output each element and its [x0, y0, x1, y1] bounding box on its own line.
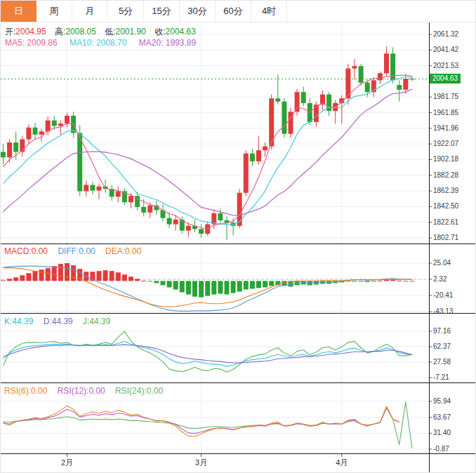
- diff-value: DIFF:0.00: [58, 246, 95, 256]
- axis-label: 1922.07: [433, 140, 458, 147]
- high-value: 2008.05: [65, 27, 95, 36]
- ma5-value: MA5: 2009.86: [5, 38, 58, 48]
- axis-label: 63.67: [433, 413, 451, 421]
- axis-label: 1902.18: [433, 155, 458, 163]
- chart-app: 日 周 月 5分 15分 30分 60分 4时 开:2004.95 高:2008…: [0, 0, 476, 473]
- rsi12-value: RSI(12):0.00: [58, 386, 105, 396]
- macd-readout: MACD:0.00 DIFF:0.00 DEA:0.00: [4, 246, 149, 256]
- axis-label: 97.16: [433, 327, 451, 335]
- tab-30min[interactable]: 30分: [180, 1, 216, 22]
- j-value: J:44.39: [83, 317, 110, 326]
- month-label: 4月: [331, 458, 352, 468]
- tab-month[interactable]: 月: [72, 1, 108, 22]
- axis-label: 95.94: [433, 397, 451, 405]
- ohlc-readout: 开:2004.95 高:2008.05 低:2001.90 收:2004.63: [5, 26, 202, 38]
- axis-label: 25.04: [433, 259, 451, 267]
- axis-label: 1822.61: [433, 218, 458, 226]
- current-price-badge: 2004.63: [430, 74, 461, 84]
- tab-5min[interactable]: 5分: [108, 1, 144, 22]
- rsi6-value: RSI(6):0.00: [4, 386, 47, 396]
- open-label: 开:: [5, 27, 15, 36]
- axis-label: 2.32: [433, 275, 447, 283]
- tab-15min[interactable]: 15分: [144, 1, 180, 22]
- low-label: 低:: [105, 27, 115, 36]
- tab-60min[interactable]: 60分: [216, 1, 251, 22]
- axis-label: 1882.28: [433, 171, 458, 179]
- timeframe-tabs: 日 周 月 5分 15分 30分 60分 4时: [1, 1, 475, 22]
- dea-value: DEA:0.00: [105, 246, 141, 256]
- tab-4hour[interactable]: 4时: [251, 1, 287, 22]
- axis-label: -43.13: [433, 307, 453, 315]
- close-label: 收:: [154, 27, 165, 36]
- ma10-value: MA10: 2008.70: [70, 38, 126, 48]
- chart-canvas[interactable]: [1, 1, 476, 473]
- axis-label: -7.21: [433, 373, 449, 381]
- d-value: D:44.39: [44, 317, 73, 326]
- month-label: 2月: [57, 458, 78, 468]
- axis-label: 2021.53: [433, 62, 458, 69]
- axis-label: 1981.75: [433, 93, 458, 100]
- ma20-value: MA20: 1993.89: [139, 38, 196, 48]
- tab-week[interactable]: 周: [37, 1, 72, 22]
- axis-label: 2041.42: [433, 46, 458, 53]
- axis-label: 1961.85: [433, 109, 458, 116]
- axis-label: 2061.32: [433, 30, 458, 38]
- rsi-readout: RSI(6):0.00 RSI(12):0.00 RSI(24):0.00: [4, 386, 171, 396]
- k-value: K:44.39: [4, 317, 33, 326]
- tab-day[interactable]: 日: [1, 1, 37, 22]
- kdj-readout: K:44.39 D:44.39 J:44.39: [4, 317, 118, 326]
- axis-label: 62.37: [433, 342, 451, 350]
- axis-label: 31.40: [433, 429, 451, 437]
- axis-label: 1802.71: [433, 234, 458, 241]
- ma-readout: MA5: 2009.86 MA10: 2008.70 MA20: 1993.89: [5, 38, 206, 48]
- axis-label: 1862.39: [433, 187, 458, 194]
- rsi24-value: RSI(24):0.00: [115, 386, 163, 396]
- low-value: 2001.90: [116, 27, 146, 36]
- macd-value: MACD:0.00: [4, 246, 48, 256]
- open-value: 2004.95: [15, 27, 46, 36]
- month-label: 3月: [191, 458, 212, 468]
- high-label: 高:: [55, 27, 65, 36]
- axis-label: -20.41: [433, 291, 453, 299]
- axis-label: -0.87: [433, 445, 449, 453]
- close-value: 2004.63: [166, 27, 196, 36]
- axis-label: 1842.50: [433, 202, 458, 210]
- axis-label: 1941.96: [433, 124, 458, 132]
- axis-label: 27.58: [433, 358, 451, 366]
